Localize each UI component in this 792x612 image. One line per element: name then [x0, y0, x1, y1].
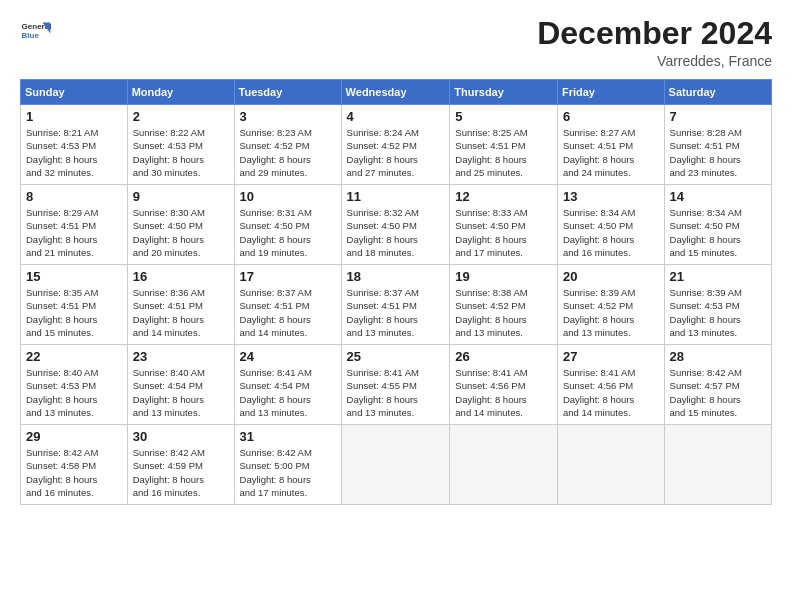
calendar-week-5: 29 Sunrise: 8:42 AM Sunset: 4:58 PM Dayl… [21, 425, 772, 505]
calendar-cell: 9 Sunrise: 8:30 AM Sunset: 4:50 PM Dayli… [127, 185, 234, 265]
day-number: 8 [26, 189, 122, 204]
day-info: Sunrise: 8:37 AM Sunset: 4:51 PM Dayligh… [240, 286, 336, 339]
day-info: Sunrise: 8:21 AM Sunset: 4:53 PM Dayligh… [26, 126, 122, 179]
day-info: Sunrise: 8:22 AM Sunset: 4:53 PM Dayligh… [133, 126, 229, 179]
day-number: 30 [133, 429, 229, 444]
calendar-header-row: SundayMondayTuesdayWednesdayThursdayFrid… [21, 80, 772, 105]
day-info: Sunrise: 8:41 AM Sunset: 4:56 PM Dayligh… [563, 366, 659, 419]
day-number: 14 [670, 189, 766, 204]
calendar-cell: 3 Sunrise: 8:23 AM Sunset: 4:52 PM Dayli… [234, 105, 341, 185]
calendar-cell: 5 Sunrise: 8:25 AM Sunset: 4:51 PM Dayli… [450, 105, 558, 185]
col-header-friday: Friday [557, 80, 664, 105]
day-number: 19 [455, 269, 552, 284]
calendar-week-2: 8 Sunrise: 8:29 AM Sunset: 4:51 PM Dayli… [21, 185, 772, 265]
calendar-cell: 7 Sunrise: 8:28 AM Sunset: 4:51 PM Dayli… [664, 105, 771, 185]
calendar-cell: 4 Sunrise: 8:24 AM Sunset: 4:52 PM Dayli… [341, 105, 450, 185]
header: General Blue December 2024 Varreddes, Fr… [20, 16, 772, 69]
calendar-cell [557, 425, 664, 505]
calendar-cell: 20 Sunrise: 8:39 AM Sunset: 4:52 PM Dayl… [557, 265, 664, 345]
location: Varreddes, France [537, 53, 772, 69]
day-number: 6 [563, 109, 659, 124]
col-header-tuesday: Tuesday [234, 80, 341, 105]
calendar-cell: 12 Sunrise: 8:33 AM Sunset: 4:50 PM Dayl… [450, 185, 558, 265]
day-number: 3 [240, 109, 336, 124]
day-number: 15 [26, 269, 122, 284]
day-info: Sunrise: 8:33 AM Sunset: 4:50 PM Dayligh… [455, 206, 552, 259]
calendar-cell [341, 425, 450, 505]
day-info: Sunrise: 8:41 AM Sunset: 4:56 PM Dayligh… [455, 366, 552, 419]
calendar-cell: 19 Sunrise: 8:38 AM Sunset: 4:52 PM Dayl… [450, 265, 558, 345]
calendar-cell: 24 Sunrise: 8:41 AM Sunset: 4:54 PM Dayl… [234, 345, 341, 425]
calendar-cell [664, 425, 771, 505]
day-info: Sunrise: 8:23 AM Sunset: 4:52 PM Dayligh… [240, 126, 336, 179]
day-number: 21 [670, 269, 766, 284]
day-info: Sunrise: 8:42 AM Sunset: 5:00 PM Dayligh… [240, 446, 336, 499]
day-info: Sunrise: 8:34 AM Sunset: 4:50 PM Dayligh… [563, 206, 659, 259]
svg-text:Blue: Blue [22, 31, 40, 40]
day-info: Sunrise: 8:40 AM Sunset: 4:53 PM Dayligh… [26, 366, 122, 419]
title-block: December 2024 Varreddes, France [537, 16, 772, 69]
day-info: Sunrise: 8:24 AM Sunset: 4:52 PM Dayligh… [347, 126, 445, 179]
day-info: Sunrise: 8:34 AM Sunset: 4:50 PM Dayligh… [670, 206, 766, 259]
day-number: 31 [240, 429, 336, 444]
day-info: Sunrise: 8:40 AM Sunset: 4:54 PM Dayligh… [133, 366, 229, 419]
calendar-cell: 6 Sunrise: 8:27 AM Sunset: 4:51 PM Dayli… [557, 105, 664, 185]
day-info: Sunrise: 8:32 AM Sunset: 4:50 PM Dayligh… [347, 206, 445, 259]
calendar-cell: 21 Sunrise: 8:39 AM Sunset: 4:53 PM Dayl… [664, 265, 771, 345]
day-info: Sunrise: 8:30 AM Sunset: 4:50 PM Dayligh… [133, 206, 229, 259]
day-number: 16 [133, 269, 229, 284]
day-info: Sunrise: 8:25 AM Sunset: 4:51 PM Dayligh… [455, 126, 552, 179]
calendar-cell: 30 Sunrise: 8:42 AM Sunset: 4:59 PM Dayl… [127, 425, 234, 505]
day-info: Sunrise: 8:41 AM Sunset: 4:54 PM Dayligh… [240, 366, 336, 419]
calendar-cell: 18 Sunrise: 8:37 AM Sunset: 4:51 PM Dayl… [341, 265, 450, 345]
day-info: Sunrise: 8:38 AM Sunset: 4:52 PM Dayligh… [455, 286, 552, 339]
calendar-cell: 23 Sunrise: 8:40 AM Sunset: 4:54 PM Dayl… [127, 345, 234, 425]
day-number: 22 [26, 349, 122, 364]
col-header-monday: Monday [127, 80, 234, 105]
day-number: 12 [455, 189, 552, 204]
day-number: 29 [26, 429, 122, 444]
day-number: 9 [133, 189, 229, 204]
calendar-cell [450, 425, 558, 505]
day-number: 28 [670, 349, 766, 364]
page: General Blue December 2024 Varreddes, Fr… [0, 0, 792, 612]
calendar-cell: 26 Sunrise: 8:41 AM Sunset: 4:56 PM Dayl… [450, 345, 558, 425]
calendar-cell: 25 Sunrise: 8:41 AM Sunset: 4:55 PM Dayl… [341, 345, 450, 425]
col-header-sunday: Sunday [21, 80, 128, 105]
day-info: Sunrise: 8:27 AM Sunset: 4:51 PM Dayligh… [563, 126, 659, 179]
day-info: Sunrise: 8:42 AM Sunset: 4:59 PM Dayligh… [133, 446, 229, 499]
day-number: 11 [347, 189, 445, 204]
calendar-cell: 11 Sunrise: 8:32 AM Sunset: 4:50 PM Dayl… [341, 185, 450, 265]
calendar-cell: 28 Sunrise: 8:42 AM Sunset: 4:57 PM Dayl… [664, 345, 771, 425]
day-number: 20 [563, 269, 659, 284]
day-info: Sunrise: 8:31 AM Sunset: 4:50 PM Dayligh… [240, 206, 336, 259]
day-info: Sunrise: 8:28 AM Sunset: 4:51 PM Dayligh… [670, 126, 766, 179]
day-info: Sunrise: 8:29 AM Sunset: 4:51 PM Dayligh… [26, 206, 122, 259]
day-number: 13 [563, 189, 659, 204]
calendar-table: SundayMondayTuesdayWednesdayThursdayFrid… [20, 79, 772, 505]
calendar-cell: 16 Sunrise: 8:36 AM Sunset: 4:51 PM Dayl… [127, 265, 234, 345]
day-number: 10 [240, 189, 336, 204]
day-number: 17 [240, 269, 336, 284]
calendar-cell: 10 Sunrise: 8:31 AM Sunset: 4:50 PM Dayl… [234, 185, 341, 265]
calendar-cell: 27 Sunrise: 8:41 AM Sunset: 4:56 PM Dayl… [557, 345, 664, 425]
day-number: 1 [26, 109, 122, 124]
day-info: Sunrise: 8:35 AM Sunset: 4:51 PM Dayligh… [26, 286, 122, 339]
day-number: 2 [133, 109, 229, 124]
col-header-thursday: Thursday [450, 80, 558, 105]
day-number: 23 [133, 349, 229, 364]
calendar-cell: 31 Sunrise: 8:42 AM Sunset: 5:00 PM Dayl… [234, 425, 341, 505]
day-info: Sunrise: 8:36 AM Sunset: 4:51 PM Dayligh… [133, 286, 229, 339]
day-number: 4 [347, 109, 445, 124]
day-info: Sunrise: 8:42 AM Sunset: 4:58 PM Dayligh… [26, 446, 122, 499]
col-header-saturday: Saturday [664, 80, 771, 105]
month-title: December 2024 [537, 16, 772, 51]
day-info: Sunrise: 8:39 AM Sunset: 4:52 PM Dayligh… [563, 286, 659, 339]
calendar-cell: 29 Sunrise: 8:42 AM Sunset: 4:58 PM Dayl… [21, 425, 128, 505]
day-info: Sunrise: 8:39 AM Sunset: 4:53 PM Dayligh… [670, 286, 766, 339]
day-number: 5 [455, 109, 552, 124]
col-header-wednesday: Wednesday [341, 80, 450, 105]
day-number: 26 [455, 349, 552, 364]
calendar-cell: 22 Sunrise: 8:40 AM Sunset: 4:53 PM Dayl… [21, 345, 128, 425]
day-number: 18 [347, 269, 445, 284]
